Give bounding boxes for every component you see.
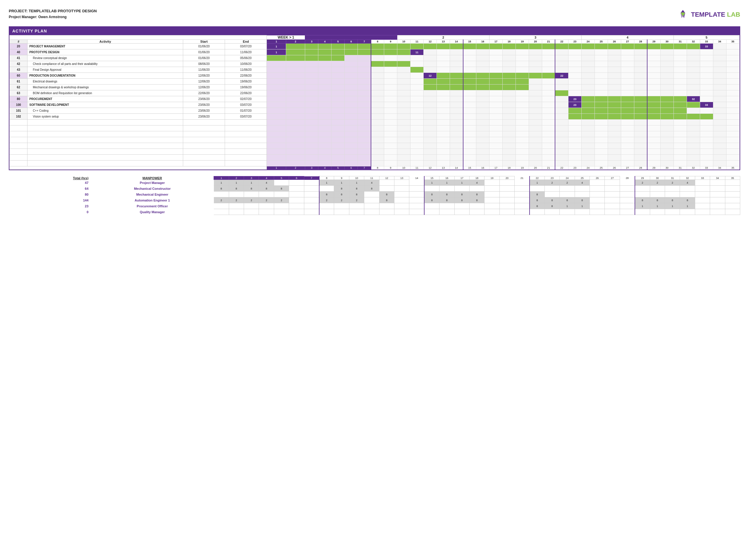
gantt-cell <box>660 73 673 79</box>
row-start: 23/06/20 <box>183 102 225 108</box>
gantt-cell <box>542 73 555 79</box>
manpower-role-name: Automation Engineer 1 <box>91 197 214 203</box>
gantt-cell <box>318 49 331 55</box>
gantt-cell <box>555 96 568 102</box>
manpower-cell: 8 <box>665 197 680 203</box>
manpower-cell: 8 <box>274 186 289 192</box>
gantt-cell <box>345 79 358 85</box>
manpower-cell: 2 <box>319 197 334 203</box>
gantt-cell <box>555 67 568 73</box>
gantt-cell <box>595 61 608 67</box>
manpower-cell <box>710 186 725 192</box>
gantt-cell <box>621 44 634 49</box>
gantt-cell <box>581 79 595 85</box>
manpower-table: Total (hrs) MANPOWER 1 2 3 4 5 6 7 8 9 1… <box>9 176 740 215</box>
manpower-cell: 4 <box>364 180 379 186</box>
manpower-cell: 2 <box>334 197 349 203</box>
manpower-cell <box>289 180 304 186</box>
gantt-cell <box>595 79 608 85</box>
manpower-cell <box>620 209 635 215</box>
gantt-cell <box>660 90 673 96</box>
gantt-cell <box>687 61 700 67</box>
gantt-cell <box>410 73 424 79</box>
gantt-cell <box>424 102 437 108</box>
manpower-cell <box>665 209 680 215</box>
gantt-cell <box>581 73 595 79</box>
gantt-cell <box>700 61 713 67</box>
manpower-cell: 4 <box>259 180 274 186</box>
gantt-cell <box>463 102 476 108</box>
gantt-cell <box>424 96 437 102</box>
gantt-cell <box>673 55 687 61</box>
manpower-cell <box>244 192 259 197</box>
gantt-cell <box>515 85 529 90</box>
gantt-cell <box>424 67 437 73</box>
manager-label: Project Manager: <box>9 15 37 19</box>
gantt-cell <box>397 44 410 49</box>
manpower-cell <box>274 192 289 197</box>
manpower-cell: 8 <box>379 197 394 203</box>
gantt-cell <box>286 85 305 90</box>
gantt-cell <box>345 55 358 61</box>
manpower-cell: 4 <box>469 180 484 186</box>
gantt-cell <box>529 49 542 55</box>
gantt-cell <box>424 79 437 85</box>
manpower-cell <box>274 209 289 215</box>
manpower-cell <box>605 197 620 203</box>
manpower-cell <box>319 186 334 192</box>
gantt-cell <box>568 114 581 119</box>
gantt-cell <box>515 55 529 61</box>
manpower-cell: 8 <box>334 186 349 192</box>
gantt-cell <box>634 108 647 114</box>
gantt-cell <box>581 44 595 49</box>
manpower-cell: 8 <box>349 192 364 197</box>
gantt-cell <box>595 85 608 90</box>
manpower-cell: 8 <box>334 192 349 197</box>
gantt-cell <box>463 67 476 73</box>
manpower-cell: 2 <box>229 197 244 203</box>
gantt-cell <box>450 44 463 49</box>
row-num: 102 <box>10 114 27 119</box>
manpower-cell: 2 <box>274 197 289 203</box>
manpower-cell: 8 <box>544 203 559 209</box>
day-hdr-wk1: 1 <box>267 40 286 44</box>
manpower-cell <box>364 197 379 203</box>
gantt-cell <box>713 49 726 55</box>
gantt-cell <box>687 73 700 79</box>
project-name: TEMPLATELAB PROTOTYPE DESIGN <box>29 9 97 13</box>
manpower-cell <box>319 203 334 209</box>
manpower-cell <box>454 186 469 192</box>
gantt-cell <box>384 96 397 102</box>
manpower-cell <box>289 197 304 203</box>
manager-name: Owen Armstrong <box>38 15 67 19</box>
row-end: 05/06/20 <box>225 55 267 61</box>
gantt-cell <box>529 108 542 114</box>
manpower-cell: 8 <box>259 186 274 192</box>
row-end: 03/07/20 <box>225 102 267 108</box>
manpower-cell: 1 <box>650 203 665 209</box>
manpower-cell <box>530 186 544 192</box>
gantt-cell <box>331 67 345 73</box>
gantt-cell <box>608 67 621 73</box>
empty-row <box>10 126 740 131</box>
gantt-cell <box>463 85 476 90</box>
row-start: 08/06/20 <box>183 61 225 67</box>
manpower-cell <box>499 209 514 215</box>
manpower-cell <box>710 197 725 203</box>
gantt-cell <box>371 79 384 85</box>
gantt-cell <box>490 55 502 61</box>
gantt-cell <box>318 102 331 108</box>
manpower-cell: 2 <box>650 180 665 186</box>
gantt-cell <box>673 61 687 67</box>
gantt-cell <box>437 49 450 55</box>
gantt-cell <box>305 44 318 49</box>
gantt-cell <box>542 102 555 108</box>
manpower-cell: 8 <box>440 197 454 203</box>
gantt-cell <box>647 90 660 96</box>
gantt-cell <box>502 73 515 79</box>
gantt-cell <box>267 55 286 61</box>
gantt-cell <box>542 67 555 73</box>
gantt-cell <box>410 114 424 119</box>
gantt-cell <box>410 90 424 96</box>
project-title: PROJECT: TEMPLATELAB PROTOTYPE DESIGN <box>9 9 97 13</box>
